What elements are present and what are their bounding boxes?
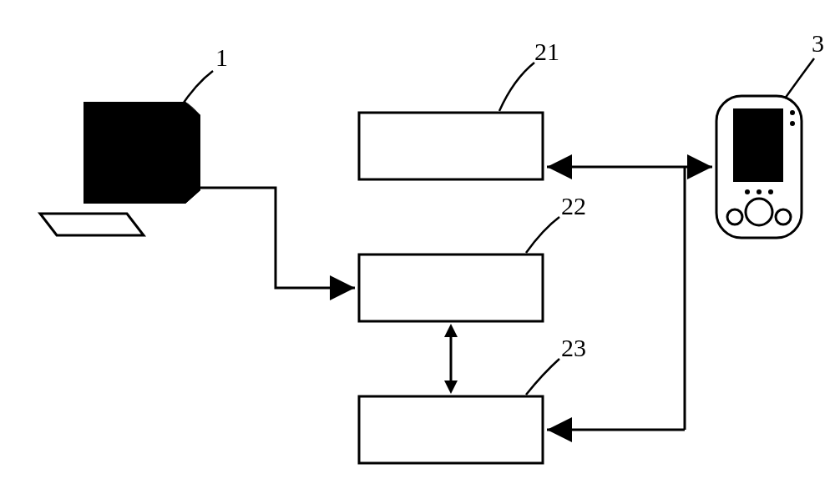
svg-point-9 [745, 189, 750, 194]
label-computer: 1 [215, 43, 228, 72]
label-box-middle: 22 [561, 192, 586, 220]
computer-icon-clean [0, 83, 234, 250]
svg-point-5 [790, 121, 795, 126]
block-21 [359, 113, 543, 179]
svg-point-4 [790, 110, 795, 115]
label-mobile: 3 [812, 29, 824, 58]
block-23 [359, 396, 543, 463]
svg-point-7 [727, 209, 742, 224]
block-22 [359, 255, 543, 321]
label-box-top: 21 [534, 38, 559, 66]
svg-point-6 [746, 199, 772, 225]
svg-point-10 [757, 189, 762, 194]
svg-rect-3 [733, 108, 783, 182]
block-diagram [0, 0, 835, 504]
label-box-bottom: 23 [561, 334, 586, 362]
svg-point-8 [776, 209, 791, 224]
svg-point-11 [768, 189, 773, 194]
mobile-device-icon [716, 96, 802, 238]
